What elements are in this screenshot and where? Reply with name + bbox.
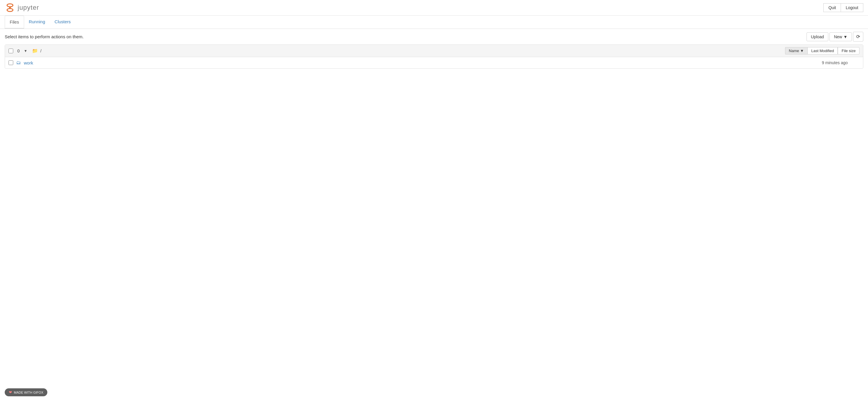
sort-modified-button[interactable]: Last Modified	[807, 47, 838, 55]
file-row-left: 🗂 work	[8, 60, 801, 65]
file-list-container: 0 ▼ 📁 / Name ▼ Last Modified File size 🗂…	[5, 45, 863, 68]
header-buttons: Quit Logout	[823, 3, 863, 12]
file-modified: 9 minutes ago	[801, 60, 860, 65]
new-dropdown-icon: ▼	[843, 34, 847, 39]
table-row: 🗂 work 9 minutes ago	[5, 57, 863, 68]
new-label: New	[834, 34, 842, 39]
select-message: Select items to perform actions on them.	[5, 34, 84, 39]
svg-point-2	[9, 7, 11, 8]
sort-size-button[interactable]: File size	[838, 47, 860, 55]
count-dropdown-icon[interactable]: ▼	[24, 49, 27, 53]
folder-icon: 🗂	[16, 60, 21, 65]
header: jupyter Quit Logout	[0, 0, 868, 16]
select-all-checkbox[interactable]	[8, 49, 13, 53]
file-list-header-right: Name ▼ Last Modified File size	[785, 47, 860, 55]
tabs-bar: Files Running Clusters	[0, 16, 868, 29]
svg-point-0	[7, 4, 13, 7]
folder-path-icon: 📁	[32, 48, 38, 54]
sort-name-arrow: ▼	[800, 49, 804, 53]
tab-files[interactable]: Files	[5, 16, 24, 29]
new-button[interactable]: New ▼	[830, 32, 852, 41]
logout-button[interactable]: Logout	[841, 3, 863, 12]
logo-text: jupyter	[18, 4, 39, 11]
toolbar-right: Upload New ▼ ⟳	[807, 32, 863, 41]
tab-clusters[interactable]: Clusters	[50, 16, 75, 29]
sort-name-button[interactable]: Name ▼	[785, 47, 807, 55]
quit-button[interactable]: Quit	[823, 3, 841, 12]
logo: jupyter	[5, 2, 39, 13]
row-checkbox[interactable]	[8, 60, 13, 65]
jupyter-logo-icon	[5, 2, 15, 13]
toolbar: Select items to perform actions on them.…	[0, 29, 868, 45]
file-list-header-left: 0 ▼ 📁 /	[8, 48, 785, 54]
tab-running[interactable]: Running	[24, 16, 50, 29]
file-rows: 🗂 work 9 minutes ago	[5, 57, 863, 68]
selected-count: 0	[16, 49, 22, 53]
file-link[interactable]: work	[24, 60, 33, 65]
path-separator: /	[40, 48, 41, 53]
svg-point-1	[7, 8, 13, 11]
refresh-button[interactable]: ⟳	[853, 32, 863, 41]
upload-button[interactable]: Upload	[807, 32, 828, 41]
file-list-header: 0 ▼ 📁 / Name ▼ Last Modified File size	[5, 45, 863, 57]
